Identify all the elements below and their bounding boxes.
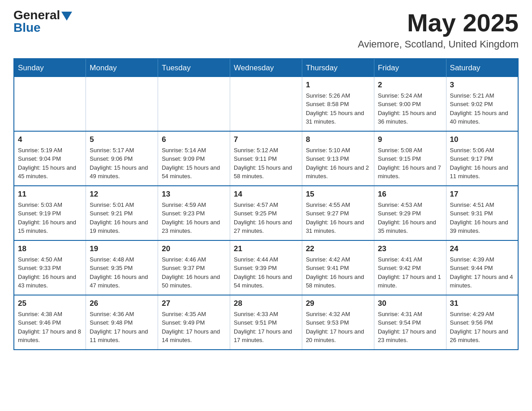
- calendar-cell: 12Sunrise: 5:01 AMSunset: 9:21 PMDayligh…: [86, 186, 158, 240]
- day-number: 18: [18, 244, 82, 253]
- calendar-cell: 16Sunrise: 4:53 AMSunset: 9:29 PMDayligh…: [374, 186, 446, 240]
- day-number: 1: [306, 81, 370, 90]
- day-info: Sunrise: 5:17 AMSunset: 9:06 PMDaylight:…: [90, 146, 154, 181]
- day-number: 8: [306, 135, 370, 144]
- weekday-header-friday: Friday: [374, 59, 446, 77]
- day-info: Sunrise: 5:19 AMSunset: 9:04 PMDaylight:…: [18, 146, 82, 181]
- week-row-1: 1Sunrise: 5:26 AMSunset: 8:58 PMDaylight…: [14, 77, 518, 131]
- calendar-cell: 14Sunrise: 4:57 AMSunset: 9:25 PMDayligh…: [230, 186, 302, 240]
- calendar-cell: 5Sunrise: 5:17 AMSunset: 9:06 PMDaylight…: [86, 131, 158, 186]
- week-row-3: 11Sunrise: 5:03 AMSunset: 9:19 PMDayligh…: [14, 186, 518, 240]
- day-number: 14: [234, 190, 298, 199]
- calendar-cell: 15Sunrise: 4:55 AMSunset: 9:27 PMDayligh…: [302, 186, 374, 240]
- day-info: Sunrise: 4:39 AMSunset: 9:44 PMDaylight:…: [450, 255, 514, 290]
- day-info: Sunrise: 4:51 AMSunset: 9:31 PMDaylight:…: [450, 201, 514, 235]
- day-number: 20: [162, 244, 226, 253]
- calendar-table: SundayMondayTuesdayWednesdayThursdayFrid…: [13, 58, 519, 350]
- day-number: 9: [378, 135, 442, 144]
- day-info: Sunrise: 4:33 AMSunset: 9:51 PMDaylight:…: [234, 310, 298, 345]
- day-number: 22: [306, 244, 370, 253]
- day-info: Sunrise: 5:08 AMSunset: 9:15 PMDaylight:…: [378, 146, 442, 181]
- day-number: 10: [450, 135, 514, 144]
- calendar-cell: 28Sunrise: 4:33 AMSunset: 9:51 PMDayligh…: [230, 295, 302, 350]
- calendar-cell: 31Sunrise: 4:29 AMSunset: 9:56 PMDayligh…: [446, 295, 518, 350]
- day-info: Sunrise: 4:57 AMSunset: 9:25 PMDaylight:…: [234, 201, 298, 235]
- calendar-cell: 30Sunrise: 4:31 AMSunset: 9:54 PMDayligh…: [374, 295, 446, 350]
- day-info: Sunrise: 5:10 AMSunset: 9:13 PMDaylight:…: [306, 146, 370, 181]
- day-info: Sunrise: 4:59 AMSunset: 9:23 PMDaylight:…: [162, 201, 226, 235]
- calendar-cell: [158, 77, 230, 131]
- day-info: Sunrise: 4:29 AMSunset: 9:56 PMDaylight:…: [450, 310, 514, 345]
- day-number: 15: [306, 190, 370, 199]
- day-info: Sunrise: 4:38 AMSunset: 9:46 PMDaylight:…: [18, 310, 82, 345]
- day-number: 17: [450, 190, 514, 199]
- calendar-cell: 20Sunrise: 4:46 AMSunset: 9:37 PMDayligh…: [158, 240, 230, 295]
- title-block: May 2025 Aviemore, Scotland, United King…: [358, 9, 519, 50]
- day-number: 19: [90, 244, 154, 253]
- calendar-cell: 18Sunrise: 4:50 AMSunset: 9:33 PMDayligh…: [14, 240, 86, 295]
- day-info: Sunrise: 5:03 AMSunset: 9:19 PMDaylight:…: [18, 201, 82, 235]
- logo-arrow-icon: [61, 12, 72, 21]
- calendar-cell: 26Sunrise: 4:36 AMSunset: 9:48 PMDayligh…: [86, 295, 158, 350]
- calendar-cell: 27Sunrise: 4:35 AMSunset: 9:49 PMDayligh…: [158, 295, 230, 350]
- weekday-header-saturday: Saturday: [446, 59, 518, 77]
- calendar-cell: 25Sunrise: 4:38 AMSunset: 9:46 PMDayligh…: [14, 295, 86, 350]
- calendar-cell: 21Sunrise: 4:44 AMSunset: 9:39 PMDayligh…: [230, 240, 302, 295]
- calendar-cell: 2Sunrise: 5:24 AMSunset: 9:00 PMDaylight…: [374, 77, 446, 131]
- day-info: Sunrise: 4:36 AMSunset: 9:48 PMDaylight:…: [90, 310, 154, 345]
- calendar-cell: 7Sunrise: 5:12 AMSunset: 9:11 PMDaylight…: [230, 131, 302, 186]
- day-number: 16: [378, 190, 442, 199]
- logo-blue-text: Blue: [13, 21, 41, 35]
- calendar-cell: 23Sunrise: 4:41 AMSunset: 9:42 PMDayligh…: [374, 240, 446, 295]
- day-number: 11: [18, 190, 82, 199]
- weekday-header-row: SundayMondayTuesdayWednesdayThursdayFrid…: [14, 59, 518, 77]
- day-info: Sunrise: 4:32 AMSunset: 9:53 PMDaylight:…: [306, 310, 370, 345]
- calendar-cell: 17Sunrise: 4:51 AMSunset: 9:31 PMDayligh…: [446, 186, 518, 240]
- calendar-cell: 4Sunrise: 5:19 AMSunset: 9:04 PMDaylight…: [14, 131, 86, 186]
- day-info: Sunrise: 4:44 AMSunset: 9:39 PMDaylight:…: [234, 255, 298, 290]
- weekday-header-thursday: Thursday: [302, 59, 374, 77]
- calendar-cell: 24Sunrise: 4:39 AMSunset: 9:44 PMDayligh…: [446, 240, 518, 295]
- page-header: General Blue May 2025 Aviemore, Scotland…: [13, 9, 519, 50]
- calendar-cell: [230, 77, 302, 131]
- logo: General Blue: [13, 9, 72, 35]
- day-info: Sunrise: 5:01 AMSunset: 9:21 PMDaylight:…: [90, 201, 154, 235]
- day-number: 30: [378, 299, 442, 308]
- day-info: Sunrise: 5:26 AMSunset: 8:58 PMDaylight:…: [306, 91, 370, 126]
- day-info: Sunrise: 4:50 AMSunset: 9:33 PMDaylight:…: [18, 255, 82, 290]
- day-info: Sunrise: 4:48 AMSunset: 9:35 PMDaylight:…: [90, 255, 154, 290]
- calendar-title: May 2025: [358, 9, 519, 37]
- day-info: Sunrise: 5:06 AMSunset: 9:17 PMDaylight:…: [450, 146, 514, 181]
- calendar-cell: 3Sunrise: 5:21 AMSunset: 9:02 PMDaylight…: [446, 77, 518, 131]
- weekday-header-wednesday: Wednesday: [230, 59, 302, 77]
- day-number: 3: [450, 81, 514, 90]
- day-number: 5: [90, 135, 154, 144]
- day-number: 28: [234, 299, 298, 308]
- weekday-header-tuesday: Tuesday: [158, 59, 230, 77]
- day-number: 4: [18, 135, 82, 144]
- logo-text: General: [13, 9, 72, 21]
- day-number: 2: [378, 81, 442, 90]
- week-row-4: 18Sunrise: 4:50 AMSunset: 9:33 PMDayligh…: [14, 240, 518, 295]
- day-number: 27: [162, 299, 226, 308]
- day-number: 7: [234, 135, 298, 144]
- day-number: 24: [450, 244, 514, 253]
- calendar-cell: [86, 77, 158, 131]
- day-number: 26: [90, 299, 154, 308]
- weekday-header-monday: Monday: [86, 59, 158, 77]
- weekday-header-sunday: Sunday: [14, 59, 86, 77]
- day-number: 25: [18, 299, 82, 308]
- calendar-cell: 1Sunrise: 5:26 AMSunset: 8:58 PMDaylight…: [302, 77, 374, 131]
- day-info: Sunrise: 4:55 AMSunset: 9:27 PMDaylight:…: [306, 201, 370, 235]
- day-number: 29: [306, 299, 370, 308]
- day-info: Sunrise: 5:24 AMSunset: 9:00 PMDaylight:…: [378, 91, 442, 126]
- day-info: Sunrise: 5:21 AMSunset: 9:02 PMDaylight:…: [450, 91, 514, 126]
- day-number: 12: [90, 190, 154, 199]
- day-number: 21: [234, 244, 298, 253]
- calendar-cell: 13Sunrise: 4:59 AMSunset: 9:23 PMDayligh…: [158, 186, 230, 240]
- day-info: Sunrise: 4:42 AMSunset: 9:41 PMDaylight:…: [306, 255, 370, 290]
- calendar-cell: [14, 77, 86, 131]
- calendar-cell: 8Sunrise: 5:10 AMSunset: 9:13 PMDaylight…: [302, 131, 374, 186]
- calendar-cell: 9Sunrise: 5:08 AMSunset: 9:15 PMDaylight…: [374, 131, 446, 186]
- calendar-cell: 6Sunrise: 5:14 AMSunset: 9:09 PMDaylight…: [158, 131, 230, 186]
